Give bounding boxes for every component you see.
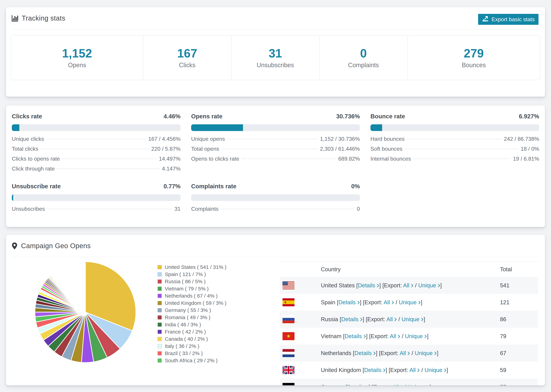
rate-progress-fill [12,124,19,131]
details-link[interactable]: Details [339,299,360,305]
rates-card: Clicks rate4.46%Unique clicks167 / 4.456… [6,105,545,227]
legend-swatch [157,301,162,305]
export-all-link[interactable]: All [390,333,400,339]
legend-swatch [157,294,162,298]
angle-right-icon [407,350,410,356]
export-label: Export: [367,316,385,322]
dotted-leader [57,168,160,169]
country-name: United States [321,282,355,288]
legend-label: United States ( 541 / 31% ) [165,264,226,270]
export-all-link[interactable]: All [384,299,394,305]
stat-value: 167 [177,47,197,60]
details-link[interactable]: Details [364,367,386,373]
angle-right-icon [377,282,379,288]
pie-slice[interactable] [85,262,85,312]
export-unique-link[interactable]: Unique [415,350,437,356]
rate-progress-bar [191,124,360,131]
export-unique-link[interactable]: Unique [408,384,430,385]
rate-row-value: 1,152 / 30.736% [320,136,360,142]
rate-row-label: Total opens [191,146,219,152]
rate-progress-bar [12,124,181,131]
export-all-link[interactable]: All [387,316,397,322]
angle-right-icon [360,316,363,322]
stat-value: 279 [464,47,484,60]
geo-table-row-nl: Netherlands [Details] [Export: All / Uni… [280,345,538,362]
dotted-leader [62,159,156,159]
legend-swatch [157,265,162,269]
campaign-geo-opens-card: Campaign Geo Opens United States ( 541 /… [6,235,545,385]
rate-rows: Unsubscribes31 [12,206,181,216]
rate-rows: Complaints0 [191,206,360,216]
export-basic-stats-button[interactable]: Export basic stats [478,14,538,25]
rates-grid: Clicks rate4.46%Unique clicks167 / 4.456… [6,105,545,216]
export-all-link[interactable]: All [392,384,403,385]
export-all-link[interactable]: All [400,350,410,356]
angle-right-icon [366,384,369,385]
export-unique-link[interactable]: Unique [418,282,440,288]
rate-group-head: Bounce rate6.927% [370,112,539,120]
export-all-link[interactable]: All [403,282,414,288]
rate-row: Total clicks220 / 5.87% [12,146,181,156]
rate-progress-fill [12,194,13,201]
rate-row-value: 14.497% [159,156,181,162]
bar-chart-icon [11,14,19,22]
country-total: 541 [500,282,509,288]
legend-label: Spain ( 121 / 7% ) [165,271,206,277]
export-unique-link[interactable]: Unique [424,367,447,373]
details-link[interactable]: Details [347,384,369,385]
flag-icon-de [283,383,300,385]
geo-table-flag-cell [280,277,300,294]
legend-item-united-states: United States ( 541 / 31% ) [157,264,226,271]
rate-rows: Hard bounces242 / 86.738%Soft bounces18 … [370,136,539,166]
angle-right-icon [421,316,424,322]
rate-row-label: Clicks to opens rate [12,156,60,162]
export-unique-link[interactable]: Unique [399,299,421,305]
legend-swatch [157,272,162,277]
campaign-geo-opens-header: Campaign Geo Opens [11,235,540,257]
rate-row-value: 0 [357,206,360,212]
details-link[interactable]: Details [354,350,376,356]
dotted-leader [41,149,149,149]
export-all-link[interactable]: All [409,367,420,373]
details-link[interactable]: Details [345,333,366,339]
rate-progress-fill [191,124,243,131]
country-total: 67 [500,350,506,356]
details-link[interactable]: Details [341,316,363,322]
geo-table-row-gb: United Kingdom [Details] [Export: All / … [280,362,538,378]
country-name: Vietnam [321,333,341,339]
legend-label: Canada ( 40 / 2% ) [165,336,208,342]
rate-group-value: 0% [351,182,360,190]
export-unique-link[interactable]: Unique [402,316,424,322]
legend-item-brazil: Brazil ( 33 / 2% ) [157,350,226,357]
angle-right-icon [373,350,376,356]
rate-row-value: 18 / 0% [521,146,539,152]
rate-row: Unique clicks167 / 4.456% [12,136,181,146]
legend-label: Vietnam ( 79 / 5% ) [165,286,209,292]
rate-row-label: Opens to clicks rate [191,156,239,162]
rate-progress-bar [12,194,181,201]
country-name: Spain [321,299,335,305]
rate-row: Hard bounces242 / 86.738% [370,136,539,146]
geo-table-flag-header [280,261,300,277]
country-total: 86 [500,316,506,322]
rate-row: Complaints0 [191,206,360,216]
legend-swatch [157,351,162,356]
rate-group-title: Complaints rate [191,182,236,190]
export-unique-link[interactable]: Unique [405,333,427,339]
geo-table-flag-cell [280,362,300,378]
rate-progress-bar [370,124,539,131]
legend-swatch [157,322,162,327]
legend-item-india: India ( 46 / 3% ) [157,321,226,328]
dotted-leader [405,149,518,149]
details-link[interactable]: Details [358,282,379,288]
legend-swatch [157,279,162,284]
rate-row-label: Unique opens [191,136,225,142]
rate-group-title: Unsubscribe rate [12,182,61,190]
rate-row-label: Hard bounces [370,136,404,142]
geo-table-row-us: United States [Details] [Export: All / U… [280,277,538,294]
rate-row-label: Unsubscribes [12,206,45,212]
legend-swatch [157,329,162,334]
angle-right-icon [444,367,446,373]
country-name: United Kingdom [321,367,361,373]
legend-label: Netherlands ( 67 / 4% ) [165,293,218,299]
